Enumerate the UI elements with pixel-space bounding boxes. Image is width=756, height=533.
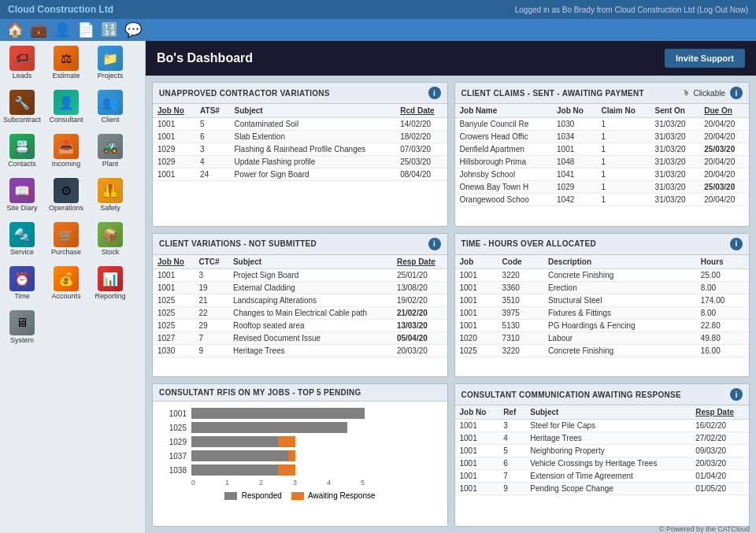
- job-no[interactable]: 1030: [552, 118, 596, 131]
- table-row[interactable]: Onewa Bay Town H 1029 1 31/03/20 25/03/2…: [455, 181, 750, 194]
- sidebar-item-service[interactable]: 🔩 Service: [0, 217, 44, 261]
- nav-doc-icon[interactable]: 📄: [77, 21, 94, 39]
- nav-calc-icon[interactable]: 🔢: [101, 21, 118, 39]
- job-no[interactable]: 1001: [455, 457, 499, 470]
- info-icon[interactable]: i: [428, 238, 441, 250]
- job[interactable]: 1001: [455, 294, 498, 306]
- clickable-icon[interactable]: 🖱: [683, 89, 690, 97]
- job-no[interactable]: 1025: [153, 294, 194, 306]
- table-row[interactable]: 1001 3510 Structural Steel 174.00: [455, 294, 750, 306]
- table-row[interactable]: 1001 19 External Cladding 13/08/20: [153, 281, 447, 294]
- job[interactable]: 1020: [455, 331, 498, 344]
- clickable-label: Clickable: [693, 89, 725, 98]
- sidebar-item-incoming[interactable]: 📥 Incoming: [44, 129, 88, 173]
- table-row[interactable]: Johnsby School 1041 1 31/03/20 20/04/20: [455, 168, 750, 181]
- job-no[interactable]: 1001: [455, 432, 499, 445]
- table-row[interactable]: 1001 3 Project Sign Board 25/01/20: [153, 268, 447, 281]
- sidebar-item-estimate[interactable]: ⚖ Estimate: [44, 41, 88, 85]
- job-no[interactable]: 1001: [455, 420, 499, 432]
- table-row[interactable]: 1001 3975 Fixtures & Fittings 8.00: [455, 306, 750, 319]
- nav-home-icon[interactable]: 🏠: [6, 21, 24, 39]
- job-no[interactable]: 1042: [552, 194, 596, 206]
- job-no[interactable]: 1001: [153, 268, 194, 281]
- sidebar-item-safety[interactable]: 🦺 Safety: [88, 173, 132, 217]
- table-row[interactable]: 1025 21 Landscaping Alterations 19/02/20: [153, 294, 447, 306]
- table-row[interactable]: 1001 5 Neighboring Property 09/03/20: [455, 445, 750, 457]
- table-row[interactable]: 1025 22 Changes to Main Electrical Cable…: [153, 306, 447, 319]
- job[interactable]: 1025: [455, 344, 498, 357]
- table-row[interactable]: 1001 24 Power for Sign Board 08/04/20: [153, 168, 447, 181]
- sidebar-item-stock[interactable]: 📦 Stock: [88, 217, 132, 261]
- job-no[interactable]: 1001: [153, 281, 194, 294]
- table-row[interactable]: 1029 3 Flashing & Rainhead Profile Chang…: [153, 143, 447, 156]
- job-no[interactable]: 1001: [455, 470, 499, 483]
- table-row[interactable]: 1001 6 Vehicle Crossings by Heritage Tre…: [455, 457, 750, 470]
- sidebar-item-plant[interactable]: 🚜 Plant: [88, 129, 132, 173]
- table-row[interactable]: Hillsborough Prima 1048 1 31/03/20 20/04…: [455, 156, 750, 168]
- table-row[interactable]: 1001 6 Slab Extention 18/02/20: [153, 131, 447, 143]
- table-row[interactable]: 1025 3220 Concrete Finishing 16.00: [455, 344, 750, 357]
- job-no[interactable]: 1029: [153, 156, 195, 168]
- sidebar-item-client[interactable]: 👥 Client: [88, 85, 132, 129]
- sidebar-item-consultant[interactable]: 👤 Consultant: [44, 85, 88, 129]
- table-row[interactable]: 1001 7 Extension of Time Agreement 01/04…: [455, 470, 750, 483]
- sidebar-icon-stock: 📦: [98, 222, 123, 247]
- table-row[interactable]: Orangewood Schoo 1042 1 31/03/20 20/04/2…: [455, 194, 750, 206]
- job[interactable]: 1001: [455, 268, 498, 281]
- sidebar-item-reporting[interactable]: 📊 Reporting: [88, 261, 132, 305]
- table-row[interactable]: 1001 9 Pending Scope Change 01/05/20: [455, 483, 750, 495]
- sidebar-item-contacts[interactable]: 📇 Contacts: [0, 129, 44, 173]
- job-no[interactable]: 1001: [153, 168, 195, 181]
- job-no[interactable]: 1001: [455, 445, 499, 457]
- table-row[interactable]: 1001 5130 PG Hoardings & Fencing 22.80: [455, 319, 750, 331]
- sidebar-item-subcontract[interactable]: 🔧 Subcontract: [0, 85, 44, 129]
- table-row[interactable]: 1001 3 Steel for Pile Caps 16/02/20: [455, 420, 750, 432]
- table-row[interactable]: 1001 3220 Concrete Finishing 25.00: [455, 268, 750, 281]
- job-no[interactable]: 1001: [552, 143, 596, 156]
- table-row[interactable]: 1029 4 Update Flashing profile 25/03/20: [153, 156, 447, 168]
- job-no[interactable]: 1041: [552, 168, 596, 181]
- table-row[interactable]: Banyule Council Re 1030 1 31/03/20 20/04…: [455, 118, 750, 131]
- info-icon[interactable]: i: [730, 388, 743, 401]
- job-no[interactable]: 1034: [552, 131, 596, 143]
- job-no[interactable]: 1025: [153, 319, 194, 331]
- job-no[interactable]: 1001: [455, 483, 499, 495]
- invite-support-button[interactable]: Invite Support: [665, 49, 745, 68]
- info-icon[interactable]: i: [428, 87, 441, 99]
- nav-chat-icon[interactable]: 💬: [124, 21, 142, 39]
- sidebar-item-projects[interactable]: 📁 Projects: [88, 41, 132, 85]
- sidebar-item-operations[interactable]: ⚙ Operations: [44, 173, 88, 217]
- job-no[interactable]: 1027: [153, 331, 194, 344]
- job-no[interactable]: 1029: [153, 143, 195, 156]
- table-row[interactable]: Crowers Head Offic 1034 1 31/03/20 20/04…: [455, 131, 750, 143]
- job-no[interactable]: 1029: [552, 181, 596, 194]
- sidebar-item-site-diary[interactable]: 📖 Site Diary: [0, 173, 44, 217]
- table-row[interactable]: 1001 5 Contaminated Soil 14/02/20: [153, 118, 447, 131]
- job-no[interactable]: 1030: [153, 344, 194, 357]
- table-row[interactable]: Denfield Apartmen 1001 1 31/03/20 25/03/…: [455, 143, 750, 156]
- resp-date: 25/01/20: [392, 268, 447, 281]
- unapproved-variations-widget: UNAPPROVED CONTRACTOR VARIATIONS i Job N…: [152, 82, 448, 227]
- table-row[interactable]: 1001 3360 Erection 8.00: [455, 281, 750, 294]
- table-row[interactable]: 1030 9 Heritage Trees 20/03/20: [153, 344, 447, 357]
- job[interactable]: 1001: [455, 306, 498, 319]
- job-no[interactable]: 1001: [153, 118, 195, 131]
- job[interactable]: 1001: [455, 281, 498, 294]
- table-row[interactable]: 1020 7310 Labour 49.80: [455, 331, 750, 344]
- sidebar-item-purchase[interactable]: 🛒 Purchase: [44, 217, 88, 261]
- job-no[interactable]: 1001: [153, 131, 195, 143]
- sidebar-item-leads[interactable]: 🏷 Leads: [0, 41, 44, 85]
- job[interactable]: 1001: [455, 319, 498, 331]
- sidebar-item-time[interactable]: ⏰ Time: [0, 261, 44, 305]
- nav-person-icon[interactable]: 👤: [54, 21, 71, 39]
- sidebar-item-accounts[interactable]: 💰 Accounts: [44, 261, 88, 305]
- nav-briefcase-icon[interactable]: 💼: [30, 21, 47, 39]
- sidebar-item-system[interactable]: 🖥 System: [0, 305, 44, 350]
- job-no[interactable]: 1048: [552, 156, 596, 168]
- job-no[interactable]: 1025: [153, 306, 194, 319]
- table-row[interactable]: 1025 29 Rooftop seated area 13/03/20: [153, 319, 447, 331]
- info-icon[interactable]: i: [730, 238, 743, 250]
- info-icon[interactable]: i: [730, 87, 743, 99]
- table-row[interactable]: 1001 4 Heritage Trees 27/02/20: [455, 432, 750, 445]
- table-row[interactable]: 1027 7 Revised Document Issue 05/04/20: [153, 331, 447, 344]
